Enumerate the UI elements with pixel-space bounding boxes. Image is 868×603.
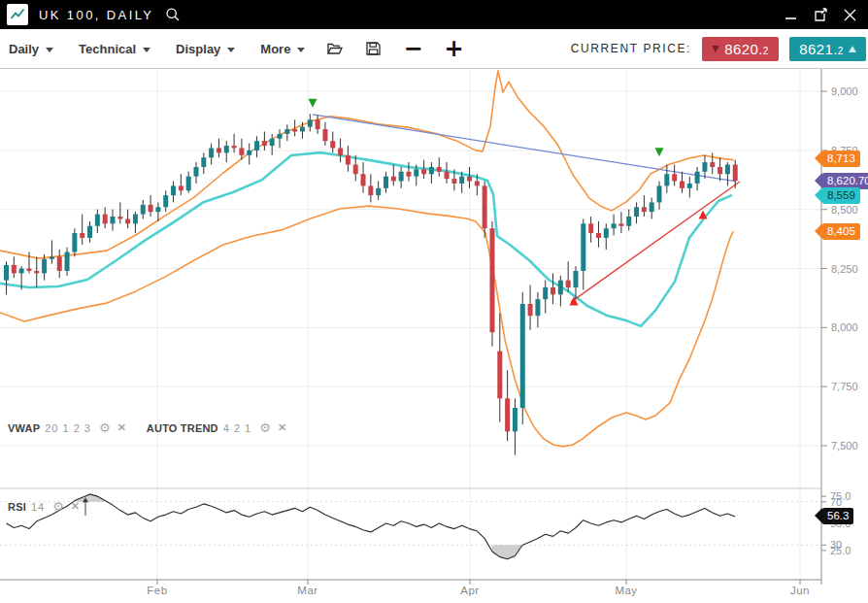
price-axis-tag: 8,405 bbox=[822, 223, 860, 240]
chevron-down-icon bbox=[297, 48, 305, 52]
chevron-down-icon bbox=[143, 48, 150, 52]
chevron-down-icon bbox=[46, 48, 53, 52]
rsi-legend-row: RSI 14 ⚙ ✕ bbox=[8, 500, 86, 513]
svg-text:7,500: 7,500 bbox=[831, 440, 858, 452]
vwap-remove-icon[interactable]: ✕ bbox=[117, 422, 126, 433]
svg-text:70: 70 bbox=[830, 496, 842, 508]
svg-text:Mar: Mar bbox=[297, 585, 317, 596]
menu-timeframe[interactable]: Daily bbox=[9, 42, 53, 56]
menu-more[interactable]: More bbox=[260, 42, 305, 56]
svg-text:8,250: 8,250 bbox=[831, 263, 858, 275]
chevron-down-icon bbox=[227, 48, 235, 52]
title-bar: UK 100, DAILY bbox=[0, 0, 868, 29]
auto-trend-lines bbox=[313, 115, 740, 302]
svg-text:Feb: Feb bbox=[147, 585, 167, 596]
price-down-arrow-icon bbox=[712, 46, 719, 52]
buy-price-badge[interactable]: 8621.2 bbox=[789, 37, 866, 61]
indicator-legend-row: VWAP 20 1 2 3 ⚙ ✕ AUTO TREND 4 2 1 ⚙ ✕ bbox=[8, 421, 293, 434]
menu-technical-label: Technical bbox=[79, 42, 136, 56]
tag-pointer bbox=[815, 508, 822, 523]
svg-text:Apr: Apr bbox=[460, 585, 479, 596]
svg-text:May: May bbox=[615, 585, 637, 596]
svg-text:7,750: 7,750 bbox=[831, 381, 858, 392]
tag-pointer bbox=[815, 223, 822, 239]
vwap-settings-gear-icon[interactable]: ⚙ bbox=[99, 421, 111, 434]
trend-markers bbox=[309, 99, 708, 306]
rsi-value-tag: 56.3 bbox=[822, 508, 853, 524]
tag-pointer bbox=[815, 151, 822, 166]
instrument-title: UK 100, DAILY bbox=[39, 8, 153, 22]
tag-pointer bbox=[815, 173, 822, 188]
price-axis-tag: 8,559 bbox=[822, 187, 860, 204]
chart-toolbar: Daily Technical Display More − + CURRENT… bbox=[0, 29, 868, 69]
rsi-remove-icon[interactable]: ✕ bbox=[71, 501, 80, 512]
open-chart-button[interactable] bbox=[326, 41, 344, 56]
minimize-button[interactable] bbox=[781, 4, 802, 25]
auto-trend-remove-icon[interactable]: ✕ bbox=[278, 422, 286, 433]
rsi-pane bbox=[0, 494, 821, 559]
menu-technical[interactable]: Technical bbox=[79, 42, 150, 56]
svg-text:25.0: 25.0 bbox=[830, 545, 851, 556]
buy-price-value: 8621. bbox=[799, 41, 838, 57]
price-chart[interactable]: 9,0008,7508,5008,2508,0007,7507,50075.07… bbox=[0, 69, 868, 603]
menu-display[interactable]: Display bbox=[176, 42, 235, 56]
search-icon[interactable] bbox=[165, 7, 181, 22]
bollinger-bands bbox=[0, 71, 733, 447]
auto-trend-params: 4 2 1 bbox=[223, 422, 251, 434]
rsi-params: 14 bbox=[31, 501, 45, 513]
svg-text:9,000: 9,000 bbox=[831, 85, 858, 97]
auto-trend-label: AUTO TREND bbox=[147, 422, 218, 434]
menu-display-label: Display bbox=[176, 42, 220, 56]
svg-text:Jun: Jun bbox=[790, 585, 810, 596]
sell-price-value: 8620. bbox=[724, 41, 763, 57]
auto-trend-settings-gear-icon[interactable]: ⚙ bbox=[259, 421, 271, 434]
trading-app-window: { "titlebar": { "title": "UK 100, DAILY"… bbox=[0, 0, 868, 603]
svg-text:8,000: 8,000 bbox=[831, 321, 858, 333]
menu-timeframe-label: Daily bbox=[9, 42, 39, 56]
price-axis-tag: 8,713 bbox=[822, 151, 860, 167]
app-logo-icon bbox=[7, 4, 28, 25]
svg-text:8,500: 8,500 bbox=[831, 204, 858, 216]
sell-price-badge[interactable]: 8620.2 bbox=[702, 37, 779, 61]
axes: 9,0008,7508,5008,2508,0007,7507,50075.07… bbox=[0, 69, 858, 596]
menu-more-label: More bbox=[260, 42, 290, 56]
zoom-out-button[interactable]: − bbox=[403, 39, 422, 58]
rsi-settings-gear-icon[interactable]: ⚙ bbox=[52, 500, 64, 513]
rsi-label: RSI bbox=[8, 501, 26, 513]
price-up-arrow-icon bbox=[849, 46, 856, 52]
zoom-in-button[interactable]: + bbox=[445, 39, 464, 58]
candlesticks bbox=[4, 114, 738, 454]
tag-pointer bbox=[815, 187, 822, 203]
popout-button[interactable] bbox=[810, 4, 831, 25]
close-icon[interactable] bbox=[839, 4, 860, 25]
grid-lines bbox=[0, 69, 821, 580]
save-chart-button[interactable] bbox=[365, 41, 382, 56]
vwap-label: VWAP bbox=[8, 422, 40, 434]
vwap-params: 20 1 2 3 bbox=[45, 422, 91, 434]
current-price-label: CURRENT PRICE: bbox=[571, 42, 691, 55]
